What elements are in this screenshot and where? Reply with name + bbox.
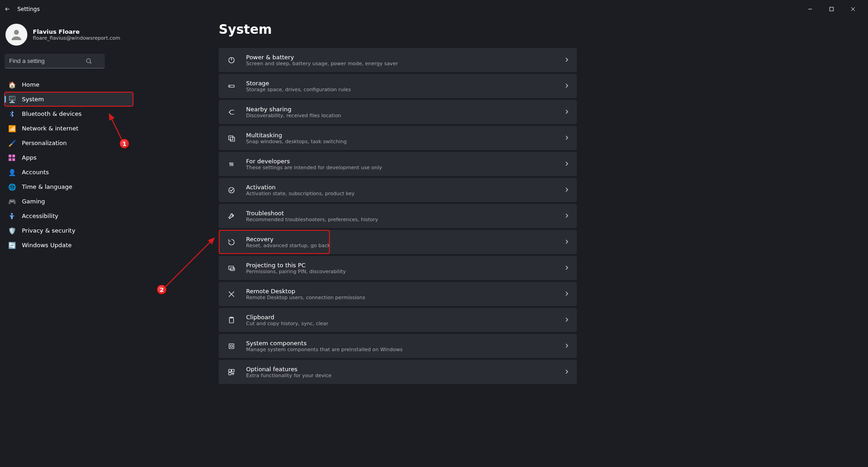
setting-power-battery-icon bbox=[227, 56, 236, 65]
chevron-right-icon bbox=[564, 368, 570, 376]
maximize-button[interactable] bbox=[821, 2, 842, 16]
setting-nearby-sharing-icon bbox=[227, 108, 236, 117]
setting-clipboard-texts: ClipboardCut and copy history, sync, cle… bbox=[246, 314, 564, 327]
setting-activation-texts: ActivationActivation state, subscription… bbox=[246, 184, 564, 197]
nav-personalization-label: Personalization bbox=[22, 140, 67, 146]
chevron-right-icon bbox=[564, 109, 570, 116]
setting-recovery[interactable]: RecoveryReset, advanced startup, go back bbox=[219, 230, 577, 254]
setting-recovery-icon bbox=[227, 238, 236, 247]
back-button[interactable] bbox=[5, 6, 11, 12]
window-controls bbox=[800, 2, 863, 16]
nav-bluetooth[interactable]: Bluetooth & devices bbox=[5, 107, 133, 121]
nav-privacy-label: Privacy & security bbox=[22, 227, 75, 234]
nav-update[interactable]: 🔄Windows Update bbox=[5, 238, 133, 252]
search-icon bbox=[86, 57, 92, 66]
setting-for-developers-desc: These settings are intended for developm… bbox=[246, 165, 564, 171]
setting-power-battery[interactable]: Power & batteryScreen and sleep, battery… bbox=[219, 48, 577, 72]
setting-for-developers-icon bbox=[227, 160, 236, 169]
setting-projecting-texts: Projecting to this PCPermissions, pairin… bbox=[246, 262, 564, 275]
setting-for-developers-texts: For developersThese settings are intende… bbox=[246, 158, 564, 171]
setting-power-battery-texts: Power & batteryScreen and sleep, battery… bbox=[246, 54, 564, 67]
setting-remote-desktop-texts: Remote DesktopRemote Desktop users, conn… bbox=[246, 288, 564, 301]
nav-home[interactable]: 🏠Home bbox=[5, 78, 133, 92]
setting-troubleshoot-texts: TroubleshootRecommended troubleshooters,… bbox=[246, 210, 564, 223]
nav-system[interactable]: 🖥️System bbox=[5, 92, 133, 106]
svg-rect-21 bbox=[229, 372, 231, 374]
nav-accessibility[interactable]: Accessibility bbox=[5, 209, 133, 223]
nav-update-icon: 🔄 bbox=[8, 242, 15, 249]
setting-troubleshoot-title: Troubleshoot bbox=[246, 210, 564, 217]
nav-bluetooth-icon bbox=[8, 110, 15, 118]
setting-nearby-sharing-title: Nearby sharing bbox=[246, 106, 564, 113]
svg-rect-5 bbox=[9, 158, 11, 161]
account-email: floare_flavius@windowsreport.com bbox=[33, 35, 120, 41]
setting-storage[interactable]: StorageStorage space, drives, configurat… bbox=[219, 74, 577, 98]
setting-system-components[interactable]: System componentsManage system component… bbox=[219, 334, 577, 358]
chevron-right-icon bbox=[564, 135, 570, 142]
nav-time-language-label: Time & language bbox=[22, 183, 72, 190]
nav-bluetooth-label: Bluetooth & devices bbox=[22, 110, 82, 117]
setting-multitasking-title: Multitasking bbox=[246, 132, 564, 139]
svg-rect-19 bbox=[229, 369, 231, 372]
svg-point-7 bbox=[11, 213, 13, 215]
account-block[interactable]: Flavius Floare floare_flavius@windowsrep… bbox=[5, 22, 133, 54]
svg-rect-3 bbox=[9, 155, 11, 157]
chevron-right-icon bbox=[564, 291, 570, 298]
setting-recovery-title: Recovery bbox=[246, 236, 564, 243]
sidebar: Flavius Floare floare_flavius@windowsrep… bbox=[0, 18, 137, 467]
setting-power-battery-title: Power & battery bbox=[246, 54, 564, 61]
setting-multitasking[interactable]: MultitaskingSnap windows, desktops, task… bbox=[219, 126, 577, 150]
nav-gaming[interactable]: 🎮Gaming bbox=[5, 194, 133, 208]
setting-power-battery-desc: Screen and sleep, battery usage, power m… bbox=[246, 61, 564, 67]
setting-clipboard[interactable]: ClipboardCut and copy history, sync, cle… bbox=[219, 308, 577, 332]
nav-gaming-label: Gaming bbox=[22, 198, 45, 205]
svg-rect-4 bbox=[12, 155, 15, 157]
chevron-right-icon bbox=[564, 57, 570, 64]
setting-troubleshoot[interactable]: TroubleshootRecommended troubleshooters,… bbox=[219, 204, 577, 228]
nav-network-label: Network & internet bbox=[22, 125, 78, 132]
nav-privacy[interactable]: 🛡️Privacy & security bbox=[5, 223, 133, 238]
nav-privacy-icon: 🛡️ bbox=[8, 227, 15, 234]
setting-for-developers[interactable]: For developersThese settings are intende… bbox=[219, 152, 577, 176]
setting-projecting[interactable]: Projecting to this PCPermissions, pairin… bbox=[219, 256, 577, 280]
chevron-right-icon bbox=[564, 239, 570, 246]
nav-apps-icon bbox=[8, 154, 15, 161]
nav-apps[interactable]: Apps bbox=[5, 150, 133, 165]
nav-gaming-icon: 🎮 bbox=[8, 198, 15, 205]
nav-personalization[interactable]: 🖌️Personalization bbox=[5, 136, 133, 150]
setting-storage-icon bbox=[227, 82, 236, 91]
setting-optional-features[interactable]: Optional featuresExtra functionality for… bbox=[219, 360, 577, 384]
setting-projecting-desc: Permissions, pairing PIN, discoverabilit… bbox=[246, 269, 564, 275]
setting-clipboard-icon bbox=[227, 316, 236, 325]
minimize-button[interactable] bbox=[800, 2, 821, 16]
chevron-right-icon bbox=[564, 317, 570, 324]
setting-multitasking-texts: MultitaskingSnap windows, desktops, task… bbox=[246, 132, 564, 145]
svg-point-2 bbox=[87, 59, 91, 63]
window-title: Settings bbox=[17, 6, 40, 12]
setting-storage-title: Storage bbox=[246, 80, 564, 87]
chevron-right-icon bbox=[564, 187, 570, 194]
svg-rect-12 bbox=[231, 137, 235, 141]
settings-list: Power & batteryScreen and sleep, battery… bbox=[219, 48, 577, 384]
svg-rect-20 bbox=[232, 369, 234, 372]
setting-recovery-texts: RecoveryReset, advanced startup, go back bbox=[246, 236, 564, 249]
setting-remote-desktop-desc: Remote Desktop users, connection permiss… bbox=[246, 295, 564, 301]
setting-system-components-icon bbox=[227, 342, 236, 351]
nav-time-language[interactable]: 🌐Time & language bbox=[5, 180, 133, 194]
svg-rect-11 bbox=[229, 135, 233, 140]
setting-nearby-sharing[interactable]: Nearby sharingDiscoverability, received … bbox=[219, 100, 577, 124]
svg-rect-0 bbox=[830, 7, 833, 11]
svg-point-13 bbox=[229, 187, 234, 193]
nav-network[interactable]: 📶Network & internet bbox=[5, 121, 133, 135]
setting-remote-desktop[interactable]: Remote DesktopRemote Desktop users, conn… bbox=[219, 282, 577, 306]
close-button[interactable] bbox=[842, 2, 863, 16]
setting-multitasking-desc: Snap windows, desktops, task switching bbox=[246, 139, 564, 145]
account-name: Flavius Floare bbox=[33, 28, 120, 35]
setting-projecting-title: Projecting to this PC bbox=[246, 262, 564, 269]
nav-network-icon: 📶 bbox=[8, 125, 15, 132]
setting-optional-features-desc: Extra functionality for your device bbox=[246, 373, 564, 379]
chevron-right-icon bbox=[564, 83, 570, 90]
setting-activation[interactable]: ActivationActivation state, subscription… bbox=[219, 178, 577, 202]
setting-multitasking-icon bbox=[227, 134, 236, 143]
nav-accounts[interactable]: 👤Accounts bbox=[5, 165, 133, 179]
